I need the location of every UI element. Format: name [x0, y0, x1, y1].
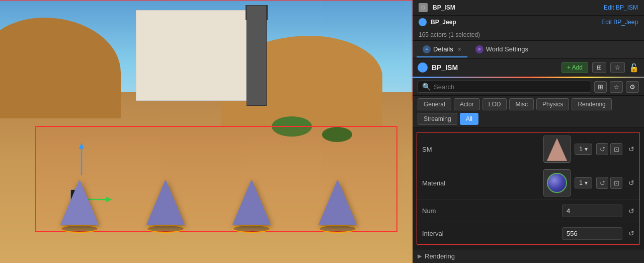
building — [136, 10, 247, 101]
prop-num-input[interactable] — [562, 205, 622, 217]
prop-sm-actions: ↺ ⊡ — [596, 143, 622, 155]
edit-bp-ism-link[interactable]: Edit BP_ISM — [604, 4, 638, 11]
sm-undo-btn[interactable]: ↺ — [628, 145, 634, 153]
sm-cone-preview — [547, 138, 567, 161]
viewport: ♟ — [0, 0, 413, 263]
filter-general[interactable]: General — [418, 98, 451, 110]
cone-1[interactable]: ♟ — [60, 179, 99, 233]
prop-num-row: Num ↺ — [417, 200, 639, 222]
layout-button[interactable]: ⊞ — [592, 62, 606, 73]
prop-sm-label: SM — [422, 146, 472, 153]
cone-4-shadow — [318, 225, 357, 233]
filter-rendering[interactable]: Rendering — [572, 98, 611, 110]
gizmo-up-arrow[interactable] — [78, 143, 85, 179]
prop-sm-thumb[interactable] — [543, 136, 571, 163]
edit-bp-jeep-link[interactable]: Edit BP_Jeep — [601, 19, 638, 26]
svg-marker-1 — [79, 143, 84, 149]
bp-jeep-name: BP_Jeep — [431, 19, 597, 26]
right-panel: ⬡ BP_ISM Edit BP_ISM BP_Jeep Edit BP_Jee… — [413, 0, 644, 263]
bp-jeep-icon — [419, 18, 427, 26]
search-input-wrap: 🔍 — [418, 81, 591, 93]
num-undo-btn[interactable]: ↺ — [628, 207, 634, 215]
bp-ism-actor-row: ⬡ BP_ISM Edit BP_ISM — [413, 0, 644, 16]
filter-physics[interactable]: Physics — [536, 98, 569, 110]
cone-4[interactable] — [318, 179, 357, 233]
filter-all[interactable]: All — [460, 113, 478, 125]
add-button[interactable]: + Add — [561, 62, 588, 73]
bp-ism-icon: ⬡ — [419, 3, 428, 12]
cone-2[interactable] — [146, 179, 185, 233]
boundary-wire-top — [0, 0, 413, 1]
prop-material-actions: ↺ ⊡ — [596, 177, 622, 189]
favorites-button[interactable]: ☆ — [610, 62, 625, 73]
cone-1-shadow — [60, 225, 99, 233]
prop-num-label: Num — [422, 207, 472, 215]
material-copy-btn[interactable]: ⊡ — [610, 177, 622, 189]
tab-world-label: World Settings — [486, 45, 528, 53]
material-reset-btn[interactable]: ↺ — [596, 177, 608, 189]
cone-3[interactable] — [232, 179, 271, 233]
sm-reset-btn[interactable]: ↺ — [596, 143, 608, 155]
prop-material-row: Material 1 ▾ ↺ ⊡ ↺ — [417, 166, 639, 200]
tab-world-settings[interactable]: ⊕ World Settings — [469, 42, 534, 57]
filter-misc[interactable]: Misc — [509, 98, 534, 110]
panel-tabs: ≡ Details × ⊕ World Settings — [413, 41, 644, 59]
cone-mesh-3 — [232, 179, 271, 225]
svg-marker-3 — [106, 197, 112, 202]
interval-undo-btn[interactable]: ↺ — [628, 229, 634, 237]
object-name: BP_ISM — [432, 63, 557, 72]
sm-copy-btn[interactable]: ⊡ — [610, 143, 622, 155]
cone-mesh-2 — [146, 179, 185, 225]
filter-lod[interactable]: LOD — [482, 98, 507, 110]
prop-sm-row: SM 1 ▾ ↺ ⊡ ↺ — [417, 133, 639, 166]
boundary-wire-right — [412, 0, 413, 101]
tower — [247, 5, 267, 106]
prop-material-counter[interactable]: 1 ▾ — [575, 177, 592, 188]
prop-interval-label: Interval — [422, 230, 472, 237]
material-sphere-preview — [547, 173, 567, 193]
grid-view-button[interactable]: ⊞ — [594, 81, 607, 93]
actors-count: 165 actors (1 selected) — [413, 29, 644, 41]
prop-material-thumb[interactable] — [543, 169, 571, 196]
rendering-chevron-icon: ▶ — [418, 253, 422, 259]
details-tab-icon: ≡ — [423, 45, 431, 53]
material-undo-btn[interactable]: ↺ — [628, 179, 634, 187]
sm-counter-value: 1 — [579, 146, 583, 153]
prop-interval-input[interactable] — [562, 227, 622, 240]
cone-mesh-1 — [60, 179, 99, 225]
rendering-label: Rendering — [425, 252, 455, 260]
details-header: BP_ISM + Add ⊞ ☆ 🔓 — [413, 59, 644, 77]
cone-3-shadow — [232, 225, 271, 233]
search-icon: 🔍 — [422, 83, 431, 91]
properties-section: SM 1 ▾ ↺ ⊡ ↺ Material — [417, 132, 640, 245]
sm-counter-chevron: ▾ — [585, 146, 588, 153]
cone-mesh-4 — [318, 179, 357, 225]
prop-material-label: Material — [422, 179, 472, 187]
tab-details[interactable]: ≡ Details × — [417, 42, 467, 57]
star-button[interactable]: ☆ — [610, 81, 623, 93]
bp-jeep-actor-row: BP_Jeep Edit BP_Jeep — [413, 16, 644, 29]
cones-container: ♟ — [60, 179, 357, 233]
prop-interval-row: Interval ↺ — [417, 222, 639, 244]
rendering-section-row[interactable]: ▶ Rendering — [413, 249, 644, 263]
tab-details-label: Details — [433, 45, 453, 53]
search-input[interactable] — [434, 83, 587, 91]
filter-streaming[interactable]: Streaming — [418, 113, 457, 125]
world-tab-icon: ⊕ — [475, 45, 484, 53]
search-row: 🔍 ⊞ ☆ ⚙ — [413, 78, 644, 96]
filter-row: General Actor LOD Misc Physics Rendering… — [413, 96, 644, 128]
filter-actor[interactable]: Actor — [454, 98, 480, 110]
lock-icon[interactable]: 🔓 — [629, 63, 639, 73]
properties-area: SM 1 ▾ ↺ ⊡ ↺ Material — [413, 128, 644, 249]
prop-sm-counter[interactable]: 1 ▾ — [575, 144, 592, 155]
settings-button[interactable]: ⚙ — [626, 81, 639, 93]
cone-2-shadow — [146, 225, 185, 233]
tab-close-icon[interactable]: × — [458, 46, 461, 53]
object-icon — [418, 62, 428, 73]
bp-ism-name: BP_ISM — [433, 4, 599, 11]
material-counter-value: 1 — [579, 179, 583, 186]
material-counter-chevron: ▾ — [585, 179, 588, 186]
